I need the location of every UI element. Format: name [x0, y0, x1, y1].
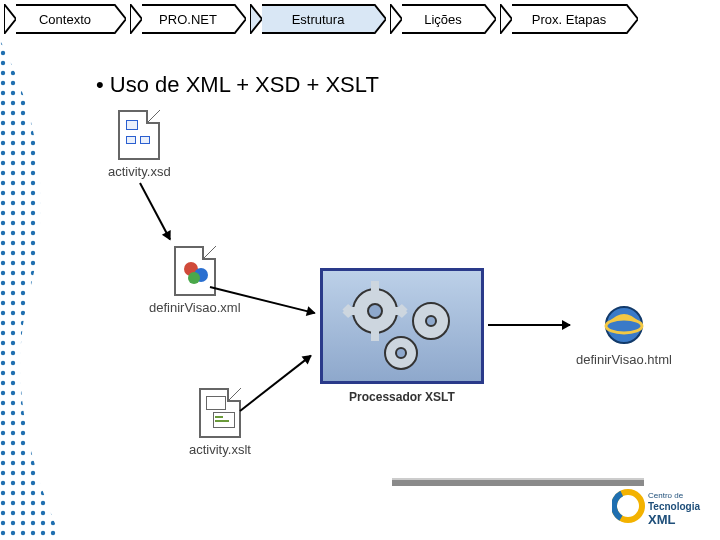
xsd-file-icon [118, 110, 160, 160]
svg-point-20 [606, 307, 642, 343]
xml-file-icon [174, 246, 216, 296]
node-html: definirVisao.html [576, 302, 672, 367]
gears-icon [323, 271, 484, 384]
logo-line1: Centro de [648, 491, 684, 500]
nav-item-estrutura[interactable]: Estrutura [250, 4, 386, 34]
svg-rect-8 [371, 281, 379, 291]
nav-label: Estrutura [292, 12, 345, 27]
xml-label: definirVisao.xml [149, 300, 241, 315]
node-xml: definirVisao.xml [149, 246, 241, 315]
processor-box: Processador XSLT [320, 268, 484, 404]
nav-item-pronet[interactable]: PRO.NET [130, 4, 246, 34]
logo-line2: Tecnologia [648, 501, 700, 512]
footer-divider [392, 478, 644, 486]
svg-point-19 [396, 348, 406, 358]
xslt-file-icon [199, 388, 241, 438]
nav-label: Prox. Etapas [532, 12, 606, 27]
nav-item-prox-etapas[interactable]: Prox. Etapas [500, 4, 638, 34]
nav-label: Contexto [39, 12, 91, 27]
nav-item-contexto[interactable]: Contexto [4, 4, 126, 34]
svg-marker-2 [130, 4, 142, 34]
breadcrumb-nav: Contexto PRO.NET Estrutura Lições Prox. … [4, 4, 716, 34]
arrow-xslt-proc [239, 355, 311, 412]
svg-rect-9 [371, 331, 379, 341]
processor-label: Processador XSLT [320, 390, 484, 404]
xslt-label: activity.xslt [189, 442, 251, 457]
slide-heading: • Uso de XML + XSD + XSLT [96, 72, 379, 98]
nav-label: Lições [424, 12, 462, 27]
browser-icon [601, 302, 647, 348]
arrow-proc-html [488, 324, 570, 326]
nav-item-licoes[interactable]: Lições [390, 4, 496, 34]
left-dot-strip [0, 40, 62, 540]
html-label: definirVisao.html [576, 352, 672, 367]
node-xslt: activity.xslt [189, 388, 251, 457]
svg-marker-3 [250, 4, 262, 34]
svg-marker-4 [390, 4, 402, 34]
node-xsd: activity.xsd [108, 110, 171, 179]
svg-point-7 [368, 304, 382, 318]
xsd-label: activity.xsd [108, 164, 171, 179]
svg-point-17 [426, 316, 436, 326]
svg-marker-1 [4, 4, 16, 34]
logo-line3: XML [648, 512, 676, 527]
arrow-xsd-xml [139, 183, 171, 240]
svg-marker-5 [500, 4, 512, 34]
nav-label: PRO.NET [159, 12, 217, 27]
footer-logo: Centro de Tecnologia XML [612, 484, 704, 528]
